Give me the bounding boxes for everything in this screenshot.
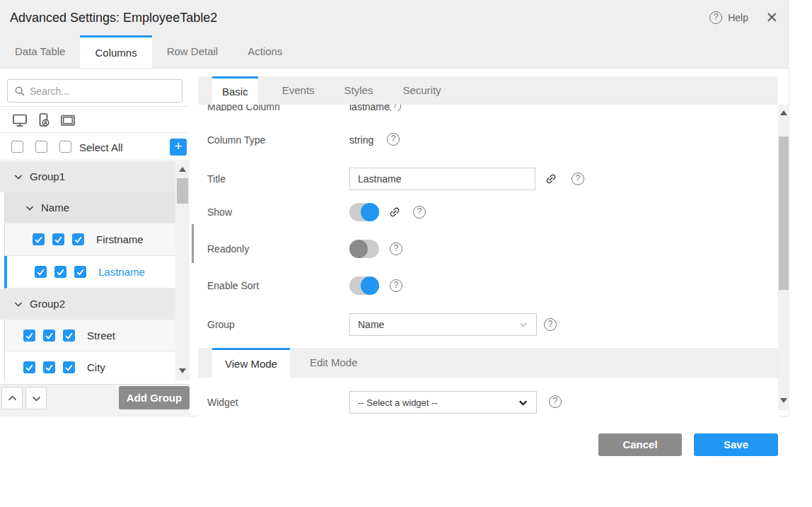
group-label: Group1 xyxy=(30,170,65,182)
search-box xyxy=(7,79,182,103)
tablet-checkbox[interactable] xyxy=(74,266,86,278)
help-button[interactable]: ? Help xyxy=(709,0,748,35)
dialog-title: Advanced Settings: EmployeeTable2 xyxy=(10,0,217,35)
device-toggle-row xyxy=(0,107,190,133)
column-row-firstname[interactable]: Firstname xyxy=(4,223,190,256)
mobile-checkbox[interactable] xyxy=(43,361,55,373)
tab-columns[interactable]: Columns xyxy=(80,35,151,68)
enable-sort-toggle[interactable] xyxy=(349,276,379,295)
chevron-down-icon xyxy=(518,319,529,330)
group-header-group2[interactable]: Group2 xyxy=(0,289,190,320)
scrollbar-thumb[interactable] xyxy=(779,136,789,290)
column-type-label: Column Type xyxy=(207,134,265,146)
group-row: Group Name ? xyxy=(198,313,778,336)
widget-row: Widget -- Select a widget -- ? xyxy=(198,391,778,414)
sidebar-scrollbar[interactable] xyxy=(175,161,190,380)
column-type-value: string xyxy=(349,134,373,146)
tablet-checkbox[interactable] xyxy=(63,330,75,342)
link-icon[interactable] xyxy=(385,203,403,221)
search-input[interactable] xyxy=(30,86,182,97)
advanced-settings-dialog: Advanced Settings: EmployeeTable2 ? Help… xyxy=(0,0,789,416)
group-header-group1[interactable]: Group1 xyxy=(0,161,190,192)
select-all-tablet-checkbox[interactable] xyxy=(59,141,71,153)
tab-basic[interactable]: Basic xyxy=(212,76,258,105)
group-label: Group xyxy=(207,319,235,330)
main-tabbar: Data Table Columns Row Detail Actions xyxy=(0,35,789,69)
add-group-button[interactable]: Add Group xyxy=(119,386,190,409)
move-down-button[interactable] xyxy=(25,387,47,409)
chevron-down-icon xyxy=(517,397,529,409)
column-label: City xyxy=(87,361,105,373)
group-label: Group2 xyxy=(30,298,65,310)
desktop-checkbox[interactable] xyxy=(35,266,47,278)
desktop-checkbox[interactable] xyxy=(23,361,35,373)
mobile-checkbox[interactable] xyxy=(52,233,64,245)
chevron-down-icon xyxy=(13,298,24,310)
column-row-lastname[interactable]: Lastname xyxy=(4,256,190,289)
column-label: Firstname xyxy=(96,233,144,245)
select-all-desktop-checkbox[interactable] xyxy=(11,141,23,153)
link-icon[interactable] xyxy=(542,170,559,187)
title-input[interactable] xyxy=(349,168,535,190)
question-icon[interactable]: ? xyxy=(388,105,401,111)
save-button[interactable]: Save xyxy=(694,433,778,456)
question-icon[interactable]: ? xyxy=(572,173,584,185)
cancel-button[interactable]: Cancel xyxy=(598,433,682,456)
tablet-icon[interactable] xyxy=(59,112,76,129)
question-icon[interactable]: ? xyxy=(387,133,400,146)
scroll-up-icon[interactable] xyxy=(179,167,186,172)
readonly-toggle[interactable] xyxy=(349,240,379,258)
tab-row-detail[interactable]: Row Detail xyxy=(152,35,233,68)
chevron-down-icon xyxy=(24,202,35,214)
tablet-checkbox[interactable] xyxy=(63,361,75,373)
mobile-checkbox[interactable] xyxy=(43,330,55,342)
column-row-street[interactable]: Street xyxy=(4,320,190,351)
question-icon[interactable]: ? xyxy=(390,279,402,292)
question-icon[interactable]: ? xyxy=(390,243,402,255)
scroll-down-icon[interactable] xyxy=(780,398,787,403)
add-column-button[interactable]: + xyxy=(170,139,187,156)
question-icon[interactable]: ? xyxy=(413,206,426,218)
move-up-button[interactable] xyxy=(1,387,23,409)
chevron-down-icon xyxy=(13,171,24,182)
mobile-checkbox[interactable] xyxy=(54,266,66,278)
mapped-column-label: Mapped Column xyxy=(207,105,280,111)
tab-edit-mode[interactable]: Edit Mode xyxy=(297,348,371,378)
question-icon[interactable]: ? xyxy=(544,318,557,331)
column-tree: Group1 Name Firstname xyxy=(0,161,190,382)
column-row-city[interactable]: City xyxy=(4,351,190,382)
desktop-checkbox[interactable] xyxy=(33,233,45,245)
desktop-icon[interactable] xyxy=(11,112,28,129)
scroll-up-icon[interactable] xyxy=(780,110,787,115)
settings-tabbar: Basic Events Styles Security xyxy=(198,76,778,105)
tab-data-table[interactable]: Data Table xyxy=(0,35,80,68)
tab-actions[interactable]: Actions xyxy=(233,35,297,68)
desktop-checkbox[interactable] xyxy=(23,330,35,342)
mobile-icon[interactable] xyxy=(35,112,52,129)
show-row: Show ? xyxy=(198,203,778,221)
show-toggle[interactable] xyxy=(349,203,379,221)
group-select[interactable]: Name xyxy=(349,313,537,336)
enable-sort-label: Enable Sort xyxy=(207,280,259,291)
select-all-mobile-checkbox[interactable] xyxy=(35,141,47,153)
group-header-name[interactable]: Name xyxy=(4,192,190,223)
mapped-column-value: lastname xyxy=(349,105,390,111)
tab-view-mode[interactable]: View Mode xyxy=(212,348,290,378)
select-all-row: Select All + xyxy=(0,134,190,161)
dialog-titlebar: Advanced Settings: EmployeeTable2 ? Help… xyxy=(0,0,789,35)
tab-security[interactable]: Security xyxy=(393,76,451,105)
title-label: Title xyxy=(207,173,226,185)
search-icon xyxy=(14,86,25,97)
scroll-down-icon[interactable] xyxy=(179,368,186,373)
mode-tabbar: View Mode Edit Mode xyxy=(198,348,778,378)
tab-styles[interactable]: Styles xyxy=(335,76,383,105)
tablet-checkbox[interactable] xyxy=(72,233,84,245)
scrollbar-thumb[interactable] xyxy=(177,178,188,204)
show-label: Show xyxy=(207,206,232,218)
close-icon[interactable]: ✕ xyxy=(765,9,778,26)
panel-divider-scrollbar[interactable] xyxy=(192,224,194,263)
tab-events[interactable]: Events xyxy=(272,76,325,105)
panel-scrollbar[interactable] xyxy=(778,105,789,410)
question-icon[interactable]: ? xyxy=(549,395,562,408)
widget-select[interactable]: -- Select a widget -- xyxy=(349,391,537,414)
